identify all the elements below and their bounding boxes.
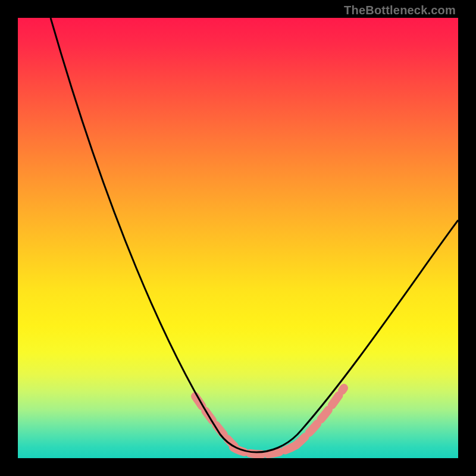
optimal-highlight-right — [296, 388, 344, 445]
chart-frame: TheBottleneck.com — [0, 0, 476, 476]
plot-area — [18, 18, 458, 458]
bottleneck-curve — [51, 18, 458, 452]
watermark-text: TheBottleneck.com — [344, 4, 456, 17]
chart-svg — [18, 18, 458, 458]
